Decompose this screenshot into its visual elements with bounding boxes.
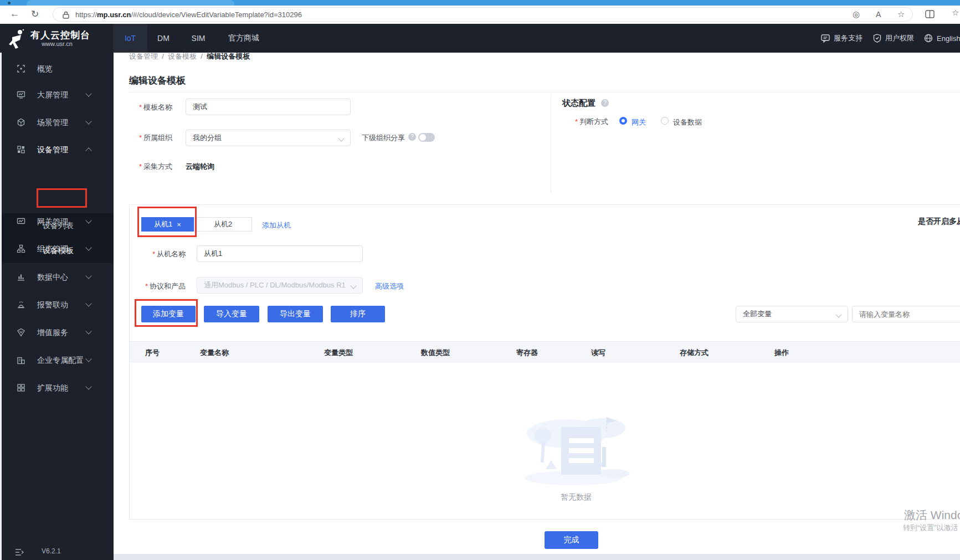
radio-device-data-label[interactable]: 设备数据 [673, 117, 702, 127]
divider [551, 95, 551, 193]
location-icon[interactable]: ◎ [853, 9, 860, 19]
protocol-select: 通用Modbus / PLC / DL/Modbus/Modbus R1 [197, 277, 363, 294]
shield-icon [873, 34, 881, 43]
scene-icon [17, 118, 25, 127]
sidebar-item-label: 增值服务 [37, 328, 68, 338]
variable-filter-value: 全部变量 [743, 309, 772, 319]
sidebar-item-extensions[interactable]: 扩展功能 [0, 374, 114, 402]
add-slave-link[interactable]: 添加从机 [262, 220, 291, 230]
back-icon[interactable]: ← [10, 8, 19, 19]
chevron-down-icon [835, 311, 841, 317]
multi-slave-label: 是否开启多从机 [918, 217, 960, 227]
windows-activation-watermark: 激活 Windows [904, 507, 960, 523]
variable-search-input[interactable] [852, 306, 960, 322]
chevron-down-icon [85, 244, 91, 250]
chevron-down-icon [338, 135, 344, 141]
sidebar-item-label: 扩展功能 [37, 383, 68, 393]
nav-language[interactable]: English [924, 24, 960, 53]
org-select-value: 我的分组 [193, 133, 222, 143]
collapse-sidebar-icon[interactable] [15, 548, 24, 556]
col-header-var-type: 变量类型 [324, 348, 353, 358]
slave-tab-2[interactable]: 从机2 [194, 217, 252, 232]
sidebar-item-enterprise[interactable]: 企业专属配置 [0, 346, 114, 374]
app-window: ← ↻ https://mp.usr.cn/#/cloud/device/Vie… [0, 0, 960, 560]
export-variable-button[interactable]: 导出变量 [268, 306, 323, 322]
sidebar-item-scada[interactable]: 组态管理 [0, 235, 114, 263]
version-label: V6.2.1 [42, 547, 61, 555]
protocol-select-value: 通用Modbus / PLC / DL/Modbus/Modbus R1 [204, 280, 346, 290]
radio-gateway-label[interactable]: 网关 [632, 117, 646, 127]
variable-filter-select[interactable]: 全部变量 [736, 306, 848, 322]
read-aloud-icon[interactable]: A [876, 10, 881, 19]
done-button[interactable]: 完成 [545, 531, 598, 549]
chevron-down-icon [85, 217, 91, 223]
address-bar[interactable]: https://mp.usr.cn/#/cloud/device/ViewEdi… [53, 7, 913, 22]
nav-user-permission[interactable]: 用户权限 [873, 24, 914, 53]
sort-button[interactable]: 排序 [331, 306, 385, 322]
nav-service-support[interactable]: 服务支持 [821, 24, 863, 53]
sidebar: 概览 大屏管理 场景管理 设备管理 设备列表 设备模板 网关管理 组态 [0, 53, 114, 560]
sidebar-item-bigscreen[interactable]: 大屏管理 [0, 81, 114, 109]
breadcrumb-item[interactable]: 设备管理 [129, 52, 158, 60]
tab-official-store[interactable]: 官方商城 [217, 24, 270, 53]
annotation-box-add-variable [135, 299, 198, 327]
sidebar-item-label: 报警联动 [37, 300, 68, 310]
org-select[interactable]: 我的分组 [186, 130, 351, 146]
collect-label: *采集方式 [129, 162, 172, 172]
sidebar-item-label: 概览 [37, 64, 53, 74]
share-label: 下级组织分享 [362, 133, 405, 143]
help-icon[interactable]: ? [601, 99, 609, 107]
sidebar-item-label: 场景管理 [37, 118, 68, 128]
building-icon [17, 356, 25, 364]
bigscreen-icon [17, 90, 25, 99]
tab-dm[interactable]: DM [147, 24, 179, 53]
slave-name-input[interactable] [197, 245, 363, 262]
breadcrumb: 设备管理 / 设备模板 / 编辑设备模板 [129, 52, 250, 61]
browser-toolbar: ← ↻ https://mp.usr.cn/#/cloud/device/Vie… [0, 6, 960, 24]
url-text: https://mp.usr.cn/#/cloud/device/ViewEdi… [75, 11, 302, 19]
sidebar-item-device[interactable]: 设备管理 [0, 136, 114, 163]
usr-logo-icon [8, 28, 28, 49]
nav-language-label: English [937, 34, 960, 43]
tab-iot[interactable]: IoT [113, 24, 147, 53]
page-title: 编辑设备模板 [129, 74, 186, 87]
import-variable-button[interactable]: 导入变量 [204, 306, 259, 322]
sidebar-item-vas[interactable]: 增值服务 [0, 318, 114, 346]
horizontal-scrollbar[interactable] [114, 554, 960, 560]
annotation-box-device-template [37, 188, 87, 208]
refresh-icon[interactable]: ↻ [31, 8, 39, 20]
sidebar-item-datacenter[interactable]: 数据中心 [0, 263, 114, 291]
collections-icon[interactable]: ☆ [952, 8, 959, 18]
col-header-index: 序号 [145, 348, 160, 358]
gateway-icon [17, 217, 25, 226]
browser-tab[interactable] [27, 0, 234, 6]
col-header-value-type: 数值类型 [421, 348, 450, 358]
template-name-label: *模板名称 [129, 102, 172, 112]
chevron-down-icon [85, 90, 91, 96]
advanced-options-link[interactable]: 高级选项 [375, 281, 404, 291]
chevron-down-icon [85, 273, 91, 279]
chevron-down-icon [85, 328, 91, 334]
slave-tab-label: 从机2 [214, 219, 232, 229]
sidebar-item-scene[interactable]: 场景管理 [0, 109, 114, 136]
sidebar-item-gateway[interactable]: 网关管理 [0, 208, 114, 235]
logo-title[interactable]: 有人云控制台 [30, 29, 90, 42]
help-icon[interactable]: ? [408, 133, 416, 141]
radio-device-data[interactable] [661, 117, 669, 125]
sidebar-item-overview[interactable]: 概览 [0, 55, 114, 83]
collect-value: 云端轮询 [186, 162, 214, 172]
logo-subtitle: www.usr.cn [30, 40, 84, 47]
sidebar-item-label: 大屏管理 [37, 90, 68, 100]
split-screen-icon[interactable] [925, 10, 935, 18]
protocol-label: *协议和产品 [138, 281, 186, 291]
template-name-input[interactable] [186, 99, 351, 115]
breadcrumb-current: 编辑设备模板 [207, 52, 250, 60]
share-toggle[interactable] [418, 133, 435, 142]
sidebar-item-label: 设备管理 [37, 145, 68, 155]
radio-gateway[interactable] [619, 117, 627, 125]
breadcrumb-item[interactable]: 设备模板 [168, 52, 197, 60]
tab-sim[interactable]: SIM [179, 24, 217, 53]
favorite-star-icon[interactable]: ☆ [897, 9, 905, 19]
sidebar-item-alarm[interactable]: 报警联动 [0, 291, 114, 318]
chevron-down-icon [85, 356, 91, 362]
